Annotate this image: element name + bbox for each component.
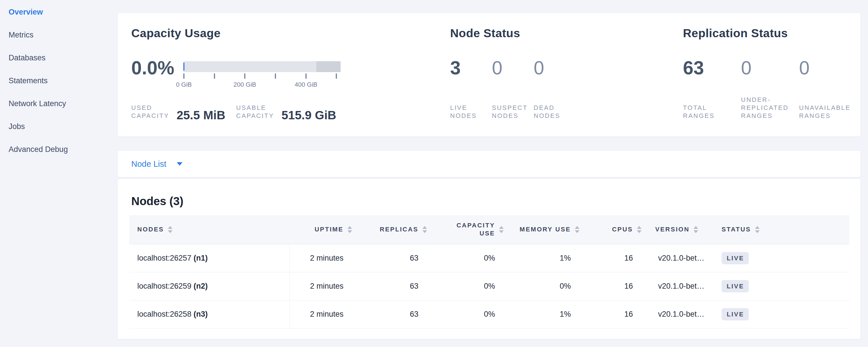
- capacity-gauge: 0 GiB 200 GiB 400 GiB: [183, 61, 341, 89]
- uptime-cell: 2 minutes: [289, 300, 364, 328]
- capacity-usage-section: Capacity Usage 0.0% 0 GiB 200 GiB 400 Gi…: [131, 13, 434, 136]
- capacity-use-cell: 0%: [432, 272, 512, 300]
- view-selector-card: Node List: [117, 151, 861, 177]
- memory-use-cell: 1%: [512, 244, 589, 272]
- capacity-gauge-used-marker: [183, 63, 184, 71]
- sidebar-item-jobs[interactable]: Jobs: [8, 115, 112, 138]
- uptime-cell: 2 minutes: [289, 244, 364, 272]
- memory-use-cell: 0%: [512, 272, 589, 300]
- sidebar-item-databases[interactable]: Databases: [8, 46, 112, 69]
- node-address-cell: localhost:26259 (n2): [129, 272, 289, 300]
- sidebar: Overview Metrics Databases Statements Ne…: [8, 1, 112, 161]
- cpus-cell: 16: [589, 300, 647, 328]
- column-header-status[interactable]: STATUS: [715, 215, 849, 244]
- live-nodes-count: 3: [450, 58, 492, 77]
- table-row-node-3[interactable]: localhost:26258 (n3) 2 minutes 63 0% 1% …: [129, 300, 849, 328]
- nodes-table: NODES UPTIME REPLICAS CAPACITY USE M: [129, 215, 849, 328]
- capacity-gauge-ticks: [183, 73, 341, 79]
- column-header-version[interactable]: VERSION: [647, 215, 715, 244]
- unavailable-ranges-label: UNAVAILABLE RANGES: [799, 104, 850, 120]
- sort-icon: [637, 226, 642, 233]
- column-header-replicas[interactable]: REPLICAS: [364, 215, 432, 244]
- column-header-memory-use[interactable]: MEMORY USE: [512, 215, 589, 244]
- replicas-cell: 63: [364, 300, 432, 328]
- tick-mark: [305, 73, 307, 79]
- node-status-title: Node Status: [450, 27, 520, 40]
- sidebar-item-statements[interactable]: Statements: [8, 69, 112, 92]
- status-cell: LIVE: [715, 244, 849, 272]
- suspect-nodes-label: SUSPECT NODES: [492, 104, 528, 120]
- replicas-cell: 63: [364, 272, 432, 300]
- sort-icon: [499, 226, 504, 233]
- cpus-cell: 16: [589, 272, 647, 300]
- gauge-tick-label: 0 GiB: [161, 81, 207, 88]
- table-row-node-2[interactable]: localhost:26259 (n2) 2 minutes 63 0% 0% …: [129, 272, 849, 300]
- total-ranges-count: 63: [683, 58, 741, 77]
- capacity-percent-value: 0.0%: [131, 58, 174, 77]
- dead-nodes-count: 0: [534, 58, 576, 77]
- nodes-table-card: Nodes (3) NODES UPTIME REPLICAS: [117, 179, 861, 339]
- table-row-node-1[interactable]: localhost:26257 (n1) 2 minutes 63 0% 1% …: [129, 244, 849, 272]
- column-header-capacity-use[interactable]: CAPACITY USE: [432, 215, 512, 244]
- unavailable-ranges-count: 0: [799, 58, 857, 77]
- version-cell: v20.1.0-bet…: [647, 272, 715, 300]
- status-badge: LIVE: [721, 280, 749, 292]
- column-header-cpus[interactable]: CPUS: [589, 215, 647, 244]
- status-badge: LIVE: [721, 252, 749, 264]
- total-ranges-label: TOTAL RANGES: [683, 104, 715, 120]
- capacity-use-cell: 0%: [432, 244, 512, 272]
- chevron-down-icon: [177, 162, 183, 166]
- replication-status-section: Replication Status 63 0 0 TOTAL RANGES U…: [683, 13, 855, 136]
- status-cell: LIVE: [715, 272, 849, 300]
- nodes-table-header-row: NODES UPTIME REPLICAS CAPACITY USE M: [129, 215, 849, 244]
- version-cell: v20.1.0-bet…: [647, 244, 715, 272]
- status-badge: LIVE: [721, 308, 749, 320]
- node-list-dropdown[interactable]: Node List: [118, 151, 861, 177]
- live-nodes-label: LIVE NODES: [450, 104, 477, 120]
- capacity-gauge-track: [183, 61, 341, 72]
- under-replicated-ranges-count: 0: [741, 58, 799, 77]
- node-list-dropdown-label: Node List: [131, 159, 166, 169]
- capacity-gauge-reserved-segment: [316, 61, 341, 72]
- tick-mark: [244, 73, 245, 79]
- usable-capacity-label: USABLE CAPACITY: [236, 104, 274, 120]
- column-header-uptime[interactable]: UPTIME: [289, 215, 364, 244]
- sidebar-item-overview[interactable]: Overview: [8, 1, 112, 24]
- sort-icon: [755, 226, 760, 233]
- used-capacity-label: USED CAPACITY: [131, 104, 169, 120]
- version-cell: v20.1.0-bet…: [647, 300, 715, 328]
- node-address-cell: localhost:26258 (n3): [129, 300, 289, 328]
- used-capacity-value: 25.5 MiB: [177, 109, 225, 121]
- under-replicated-ranges-label: UNDER- REPLICATED RANGES: [741, 96, 789, 120]
- sort-icon: [575, 226, 580, 233]
- capacity-usage-title: Capacity Usage: [131, 27, 220, 40]
- tick-mark: [214, 73, 215, 79]
- suspect-nodes-count: 0: [492, 58, 534, 77]
- cpus-cell: 16: [589, 244, 647, 272]
- capacity-use-cell: 0%: [432, 300, 512, 328]
- sort-icon: [423, 226, 427, 233]
- usable-capacity-value: 515.9 GiB: [281, 109, 336, 121]
- tick-mark: [183, 73, 184, 79]
- tick-mark: [336, 73, 337, 79]
- sidebar-item-metrics[interactable]: Metrics: [8, 24, 112, 46]
- replicas-cell: 63: [364, 244, 432, 272]
- sort-icon: [693, 226, 698, 233]
- column-header-nodes[interactable]: NODES: [129, 215, 289, 244]
- nodes-section-title: Nodes (3): [131, 195, 183, 208]
- sort-icon: [347, 226, 352, 233]
- cluster-summary-card: Capacity Usage 0.0% 0 GiB 200 GiB 400 Gi…: [117, 12, 861, 137]
- node-status-section: Node Status 3 0 0 LIVE NODES SUSPECT NOD…: [450, 13, 668, 136]
- gauge-tick-label: 400 GiB: [283, 81, 329, 88]
- memory-use-cell: 1%: [512, 300, 589, 328]
- sidebar-item-advanced-debug[interactable]: Advanced Debug: [8, 138, 112, 161]
- uptime-cell: 2 minutes: [289, 272, 364, 300]
- sidebar-item-network-latency[interactable]: Network Latency: [8, 92, 112, 115]
- sort-icon: [168, 226, 173, 233]
- dead-nodes-label: DEAD NODES: [534, 104, 560, 120]
- status-cell: LIVE: [715, 300, 849, 328]
- gauge-tick-label: 200 GiB: [222, 81, 268, 88]
- tick-mark: [275, 73, 276, 79]
- replication-status-title: Replication Status: [683, 27, 788, 40]
- node-address-cell: localhost:26257 (n1): [129, 244, 289, 272]
